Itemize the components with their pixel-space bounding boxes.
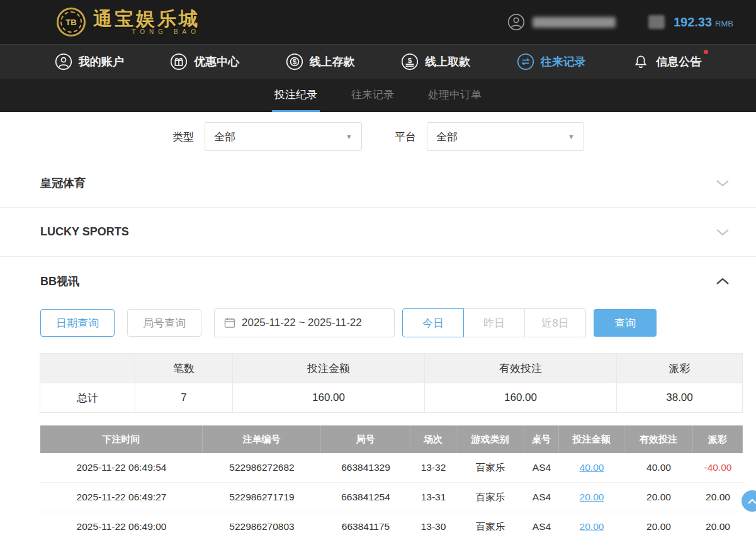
calendar-icon	[224, 317, 235, 329]
logo-title: 通宝娱乐城	[93, 9, 200, 29]
date-range-picker[interactable]: 2025-11-22 ~ 2025-11-22	[214, 308, 395, 337]
bet-amount-link[interactable]: 40.00	[580, 462, 604, 473]
brand-logo[interactable]: TB 通宝娱乐城 TONG BAO	[57, 8, 200, 37]
section-crown-sports[interactable]: 皇冠体育	[0, 159, 756, 208]
section-lucky-sports[interactable]: LUCKY SPORTS	[0, 208, 756, 257]
cell-payout: 20.00	[693, 483, 743, 512]
user-avatar-icon[interactable]	[507, 13, 525, 31]
summary-total-label: 总计	[40, 383, 135, 413]
col-header-game-type: 游戏类别	[456, 425, 524, 453]
today-button[interactable]: 今日	[402, 308, 464, 337]
col-header-bet-time: 下注时间	[40, 425, 203, 453]
yesterday-button[interactable]: 昨日	[463, 308, 525, 337]
cell-bet-id: 522986271719	[203, 483, 321, 512]
summary-header-payout: 派彩	[616, 353, 743, 383]
nav-item-my-account[interactable]: 我的账户	[55, 53, 124, 70]
platform-select[interactable]: 全部 ▼	[427, 122, 584, 151]
filter-bar: 类型 全部 ▼ 平台 全部 ▼	[172, 122, 756, 151]
type-select-value: 全部	[214, 130, 235, 144]
nav-label: 线上存款	[310, 54, 355, 69]
type-select[interactable]: 全部 ▼	[205, 122, 362, 151]
cell-table-no: AS4	[524, 512, 559, 540]
cell-valid-bet: 20.00	[624, 483, 693, 512]
summary-table: 笔数 投注金额 有效投注 派彩 总计 7 160.00 160.00 38.00	[40, 354, 743, 413]
sub-tab-bar: 投注纪录 往来记录 处理中订单	[0, 79, 756, 112]
logo-chip-icon: TB	[57, 8, 86, 37]
chevron-down-icon: ▼	[346, 133, 353, 140]
nav-label: 线上取款	[425, 54, 470, 69]
cell-round-id: 663841175	[321, 512, 410, 540]
filter-platform: 平台 全部 ▼	[395, 122, 584, 151]
cell-game-type: 百家乐	[456, 453, 524, 483]
cell-round-id: 663841329	[321, 453, 410, 483]
top-bar: TB 通宝娱乐城 TONG BAO 192.33 RMB	[0, 0, 756, 44]
col-header-session: 场次	[410, 425, 456, 453]
search-button[interactable]: 查询	[594, 309, 657, 337]
bb-video-panel: 日期查询 局号查询 2025-11-22 ~ 2025-11-22 今日 昨日 …	[0, 308, 756, 540]
cell-bet-id: 522986270803	[203, 512, 321, 540]
cell-valid-bet: 40.00	[624, 453, 693, 483]
cell-table-no: AS4	[524, 453, 559, 483]
cell-session: 13-31	[410, 483, 456, 512]
main-nav: 我的账户 优惠中心 $ 线上存款 $ 线上取款 往来记录 信息公告	[0, 44, 756, 79]
section-title: LUCKY SPORTS	[40, 225, 129, 239]
nav-item-promotions[interactable]: 优惠中心	[170, 53, 239, 70]
bet-amount-link[interactable]: 20.00	[580, 521, 604, 532]
cell-valid-bet: 20.00	[624, 512, 693, 540]
last-8-days-button[interactable]: 近8日	[524, 308, 586, 337]
tab-transaction-records[interactable]: 往来记录	[349, 79, 397, 112]
date-query-button[interactable]: 日期查询	[40, 309, 115, 337]
col-header-valid-bet: 有效投注	[624, 425, 693, 453]
bet-amount-link[interactable]: 20.00	[580, 492, 604, 503]
logo-chip-text: TB	[65, 18, 76, 27]
round-query-button[interactable]: 局号查询	[127, 309, 201, 337]
nav-item-withdraw[interactable]: $ 线上取款	[401, 53, 470, 70]
filter-type: 类型 全部 ▼	[172, 122, 362, 151]
bet-records-table: 下注时间 注单编号 局号 场次 游戏类别 桌号 投注金额 有效投注 派彩 202…	[40, 425, 743, 540]
cell-bet-time: 2025-11-22 06:49:54	[40, 453, 203, 483]
col-header-payout: 派彩	[693, 425, 743, 453]
wallet-icon[interactable]	[648, 15, 665, 29]
section-bb-video[interactable]: BB视讯	[0, 257, 756, 306]
balance-display: 192.33 RMB	[674, 15, 733, 30]
cell-round-id: 663841254	[321, 483, 410, 512]
query-bar: 日期查询 局号查询 2025-11-22 ~ 2025-11-22 今日 昨日 …	[40, 308, 756, 337]
cell-session: 13-30	[410, 512, 456, 540]
tab-pending-orders[interactable]: 处理中订单	[426, 79, 484, 112]
chevron-down-icon: ▼	[568, 133, 575, 140]
col-header-round-id: 局号	[321, 425, 410, 453]
platform-select-value: 全部	[436, 130, 458, 144]
balance-currency: RMB	[715, 19, 733, 28]
cell-session: 13-32	[410, 453, 456, 483]
bell-icon	[632, 53, 650, 70]
col-header-bet-amount: 投注金额	[559, 425, 624, 453]
username-blurred	[533, 17, 616, 28]
summary-header-bet-amount: 投注金额	[232, 353, 425, 383]
chevron-up-icon	[716, 278, 730, 285]
topbar-right: 192.33 RMB	[507, 13, 733, 31]
svg-text:$: $	[408, 56, 412, 64]
summary-header-blank	[40, 353, 135, 383]
cell-bet-time: 2025-11-22 06:49:27	[40, 483, 203, 512]
date-range-value: 2025-11-22 ~ 2025-11-22	[242, 317, 362, 329]
nav-label: 往来记录	[541, 54, 586, 69]
nav-label: 我的账户	[79, 54, 124, 69]
balance-amount: 192.33	[674, 15, 712, 30]
col-header-bet-id: 注单编号	[203, 425, 321, 453]
user-icon	[55, 53, 72, 70]
col-header-table-no: 桌号	[524, 425, 559, 453]
svg-text:$: $	[293, 57, 297, 65]
tab-bet-records[interactable]: 投注纪录	[272, 79, 320, 112]
cell-game-type: 百家乐	[456, 483, 524, 512]
nav-label: 信息公告	[656, 54, 701, 69]
section-title: BB视讯	[40, 274, 79, 289]
nav-item-deposit[interactable]: $ 线上存款	[286, 53, 355, 70]
summary-header-valid-bet: 有效投注	[424, 353, 617, 383]
nav-item-transactions[interactable]: 往来记录	[517, 53, 586, 70]
type-label: 类型	[172, 130, 194, 144]
notification-dot	[704, 50, 708, 54]
nav-item-announcements[interactable]: 信息公告	[632, 53, 701, 70]
withdraw-icon: $	[401, 53, 419, 70]
gift-icon	[170, 53, 188, 70]
logo-text: 通宝娱乐城 TONG BAO	[93, 9, 200, 36]
